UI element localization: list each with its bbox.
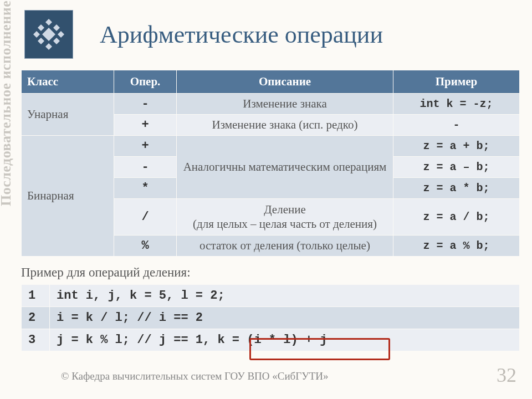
svg-marker-4 xyxy=(42,28,55,41)
svg-marker-6 xyxy=(53,24,60,31)
cell-ex: z = a + b; xyxy=(393,136,520,157)
svg-marker-8 xyxy=(53,38,60,44)
code-example-table: 1 int i, j, k = 5, l = 2; 2 i = k / l; /… xyxy=(21,284,520,351)
svg-marker-5 xyxy=(38,24,44,31)
code-linenum: 2 xyxy=(22,306,50,329)
th-oper: Опер. xyxy=(114,70,177,94)
svg-marker-1 xyxy=(45,43,52,50)
cell-desc: остаток от деления (только целые) xyxy=(177,235,393,256)
cell-desc: Аналогичны математическим операциям xyxy=(177,136,393,199)
operations-table: Класс Опер. Описание Пример Унарная - Из… xyxy=(21,70,520,257)
code-linenum: 1 xyxy=(22,284,50,306)
cell-desc: Изменение знака xyxy=(177,94,393,115)
cell-desc: Изменение знака (исп. редко) xyxy=(177,115,393,136)
code-line: int i, j, k = 5, l = 2; xyxy=(50,284,520,306)
code-line: j = k % l; // j == 1, k = (i * l) + j xyxy=(50,329,520,351)
footer-copyright: © Кафедра вычислительных систем ГОУ ВПО … xyxy=(61,370,329,382)
page-number: 32 xyxy=(497,364,516,387)
cell-class-unary: Унарная xyxy=(22,94,114,136)
side-label: Последовательное исполнение xyxy=(0,1,14,206)
th-desc: Описание xyxy=(177,70,393,94)
cell-op: + xyxy=(114,136,177,157)
svg-marker-0 xyxy=(45,19,52,25)
code-linenum: 3 xyxy=(22,329,50,351)
cell-ex: z = a * b; xyxy=(393,178,520,199)
example-caption: Пример для операций деления: xyxy=(21,265,520,280)
th-example: Пример xyxy=(393,70,520,94)
cell-class-binary: Бинарная xyxy=(22,136,114,257)
cell-op: % xyxy=(114,235,177,256)
th-class: Класс xyxy=(22,70,114,94)
cell-op: - xyxy=(114,157,177,178)
cell-op: / xyxy=(114,199,177,236)
svg-marker-2 xyxy=(33,31,40,38)
cell-op: - xyxy=(114,94,177,115)
cell-ex: - xyxy=(393,115,520,136)
svg-marker-3 xyxy=(58,31,64,38)
logo-icon xyxy=(24,10,73,59)
code-line: i = k / l; // i == 2 xyxy=(50,306,520,329)
cell-op: * xyxy=(114,178,177,199)
cell-op: + xyxy=(114,115,177,136)
cell-ex: int k = -z; xyxy=(393,94,520,115)
cell-ex: z = a % b; xyxy=(393,235,520,256)
svg-marker-7 xyxy=(38,38,44,44)
cell-ex: z = a / b; xyxy=(393,199,520,236)
page-title: Арифметические операции xyxy=(100,21,383,49)
cell-ex: z = a – b; xyxy=(393,157,520,178)
cell-desc: Деление (для целых – целая часть от деле… xyxy=(177,199,393,236)
